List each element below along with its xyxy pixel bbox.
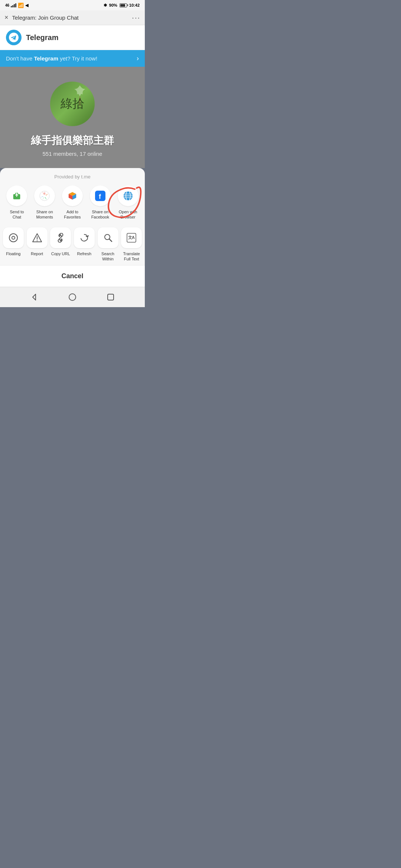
carrier-text: 46: [5, 3, 9, 7]
add-favorites-label: Add toFavorites: [64, 209, 81, 220]
group-avatar: 綠拾: [50, 82, 95, 126]
svg-rect-30: [108, 294, 114, 300]
bluetooth-icon: ✱: [104, 3, 107, 8]
svg-text:f: f: [99, 193, 101, 200]
svg-line-24: [109, 239, 112, 241]
location-icon: ◀: [25, 3, 28, 8]
svg-point-17: [9, 234, 17, 242]
nav-bar: [0, 287, 145, 307]
telegram-logo: [6, 30, 22, 45]
refresh-icon-container: [74, 227, 95, 248]
add-favorites-icon-container: [62, 185, 83, 206]
floating-icon-container: [3, 227, 24, 248]
search-within-icon-container: [98, 227, 118, 248]
svg-point-21: [36, 240, 37, 241]
action-copy-url[interactable]: Copy URL: [49, 227, 72, 262]
back-icon: [30, 293, 38, 301]
refresh-icon: [79, 233, 89, 243]
action-send-to-chat[interactable]: Send toChat: [4, 185, 30, 220]
action-open-browser[interactable]: Open withBrowser: [115, 185, 141, 220]
actions-row-1: Send toChat Shar: [0, 185, 145, 220]
action-floating[interactable]: Floating: [2, 227, 25, 262]
signal-bar-4: [15, 3, 16, 7]
group-name: 綠手指俱樂部主群: [31, 134, 114, 148]
svg-text:A: A: [132, 235, 135, 240]
share-moments-icon-container: [34, 185, 55, 206]
share-moments-icon: [39, 191, 50, 201]
telegram-icon: [9, 33, 19, 42]
share-facebook-icon: f: [95, 191, 105, 201]
refresh-label: Refresh: [77, 251, 92, 256]
send-to-chat-icon-container: [6, 185, 27, 206]
share-facebook-icon-container: f: [90, 185, 111, 206]
signal-bar-1: [11, 6, 12, 7]
svg-point-18: [12, 236, 15, 239]
svg-point-29: [69, 294, 76, 300]
translate-icon: 文 A: [127, 233, 136, 243]
status-left: 46 📶 ◀: [5, 3, 28, 8]
search-within-label: SearchWithin: [101, 251, 114, 262]
home-icon: [68, 293, 76, 301]
close-button[interactable]: ×: [4, 14, 9, 22]
back-button[interactable]: [29, 292, 40, 303]
report-icon: [32, 233, 42, 243]
action-search-within[interactable]: SearchWithin: [97, 227, 119, 262]
actions-row-2: Floating Report Copy URL: [0, 227, 145, 262]
floating-icon: [9, 233, 18, 243]
home-button[interactable]: [67, 292, 78, 303]
wifi-icon: 📶: [18, 3, 24, 8]
translate-icon-container: 文 A: [121, 227, 142, 248]
main-content: 綠拾 綠手指俱樂部主群 551 members, 17 online: [0, 67, 145, 168]
action-translate[interactable]: 文 A TranslateFull Text: [120, 227, 143, 262]
telegram-name: Telegram: [26, 33, 58, 42]
send-to-chat-label: Send toChat: [10, 209, 24, 220]
signal-bar-2: [12, 5, 13, 7]
status-right: ✱ 90% 10:42: [104, 3, 140, 8]
more-button[interactable]: ···: [132, 13, 140, 22]
recent-icon: [107, 293, 114, 301]
action-refresh[interactable]: Refresh: [73, 227, 95, 262]
promo-banner[interactable]: Don't have Telegram yet? Try it now! ›: [0, 50, 145, 67]
avatar-text: 綠拾: [61, 96, 84, 112]
svg-line-22: [59, 237, 62, 239]
promo-arrow-icon: ›: [137, 55, 139, 62]
open-browser-icon-container: [118, 185, 138, 206]
report-label: Report: [31, 251, 43, 256]
recent-button[interactable]: [105, 292, 116, 303]
cancel-section: Cancel: [0, 265, 145, 287]
bottom-sheet: Provided by t.me Send toChat: [0, 168, 145, 287]
copy-url-icon: [56, 233, 65, 243]
browser-toolbar: × Telegram: Join Group Chat ···: [0, 10, 145, 25]
svg-marker-28: [33, 294, 36, 300]
page-title: Telegram: Join Group Chat: [12, 14, 128, 21]
open-browser-label: Open withBrowser: [119, 209, 137, 220]
status-bar: 46 📶 ◀ ✱ 90% 10:42: [0, 0, 145, 10]
open-browser-icon: [123, 191, 133, 201]
telegram-header: Telegram: [0, 25, 145, 50]
battery-icon: [120, 3, 127, 7]
signal-bars: [11, 3, 16, 7]
copy-url-icon-container: [50, 227, 71, 248]
action-add-favorites[interactable]: Add toFavorites: [59, 185, 86, 220]
copy-url-label: Copy URL: [51, 251, 70, 256]
action-report[interactable]: Report: [26, 227, 48, 262]
send-to-chat-icon: [12, 191, 22, 201]
signal-bar-3: [14, 4, 15, 7]
group-meta: 551 members, 17 online: [43, 151, 102, 157]
action-share-moments[interactable]: Share onMoments: [32, 185, 58, 220]
provided-by-label: Provided by t.me: [0, 174, 145, 180]
svg-point-4: [43, 194, 46, 197]
share-facebook-label: Share onFacebook: [91, 209, 109, 220]
translate-label: TranslateFull Text: [123, 251, 140, 262]
add-favorites-icon: [67, 191, 78, 201]
floating-label: Floating: [6, 251, 20, 256]
action-share-facebook[interactable]: f Share onFacebook: [87, 185, 113, 220]
battery-percent: 90%: [109, 3, 117, 7]
report-icon-container: [27, 227, 48, 248]
cancel-button[interactable]: Cancel: [61, 272, 83, 280]
promo-text: Don't have Telegram yet? Try it now!: [6, 55, 134, 62]
search-within-icon: [103, 233, 113, 243]
share-moments-label: Share onMoments: [36, 209, 53, 220]
time-display: 10:42: [129, 3, 140, 7]
